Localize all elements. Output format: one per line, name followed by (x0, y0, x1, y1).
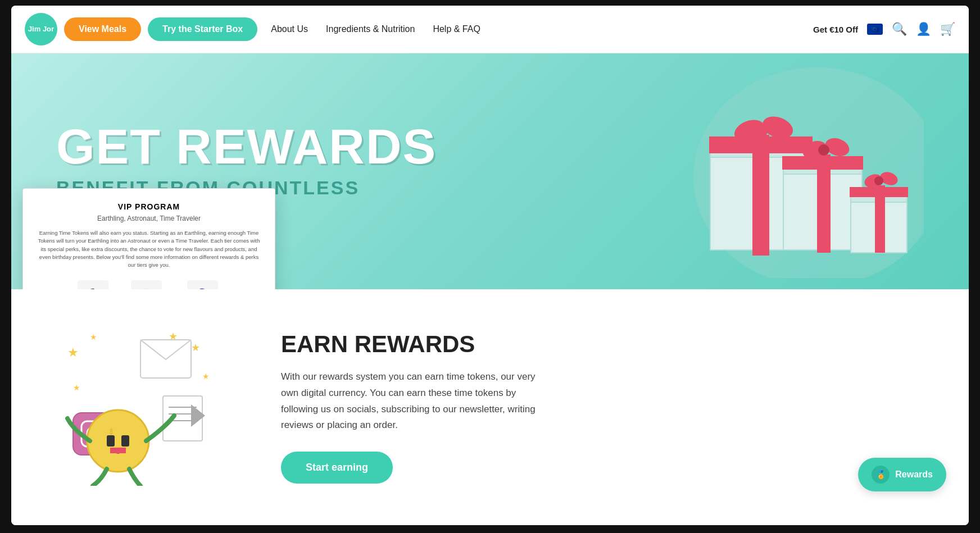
discount-label[interactable]: Get €10 Off (813, 25, 858, 34)
start-earning-button[interactable]: Start earning (281, 452, 393, 484)
svg-text:★: ★ (202, 372, 210, 381)
tier-earthling-avatar: 🧍 (78, 280, 108, 289)
rewards-content: EARN REWARDS With our rewards system you… (281, 331, 924, 484)
rewards-float-button[interactable]: 🏅 Rewards (858, 458, 946, 491)
svg-rect-4 (709, 136, 813, 153)
hero-gift-illustration (654, 65, 924, 280)
svg-text:★: ★ (90, 332, 97, 341)
svg-rect-11 (782, 156, 863, 170)
earn-rewards-title: EARN REWARDS (281, 331, 924, 358)
starter-box-button[interactable]: Try the Starter Box (148, 17, 257, 41)
coin-character-svg: ★ ★ ★ ★ ★ ★ (56, 323, 225, 486)
svg-rect-41 (110, 448, 126, 453)
svg-text:★: ★ (67, 345, 79, 359)
vip-tiers: 🧍 Earthling 0 TT 🧑‍🚀 Astronaut 850 TT 🧙 … (37, 280, 261, 289)
hero-section: GET REWARDS BENEFIT FROM COUNTLESSSWEET … (11, 53, 969, 289)
logo[interactable]: Jim Jor (25, 13, 57, 45)
nav-right: Get €10 Off 🇪🇺 🔍 👤 🛒 (813, 22, 955, 37)
navbar: Jim Jor View Meals Try the Starter Box A… (11, 6, 969, 53)
eu-flag-icon[interactable]: 🇪🇺 (867, 24, 883, 35)
tier-time-traveler-avatar: 🧙 (187, 280, 218, 289)
tier-astronaut-avatar: 🧑‍🚀 (131, 280, 162, 289)
rewards-float-icon: 🏅 (872, 466, 890, 484)
vip-title: VIP PROGRAM (37, 202, 261, 211)
cart-icon[interactable]: 🛒 (940, 22, 955, 37)
gift-boxes-svg (654, 65, 924, 278)
about-us-link[interactable]: About Us (271, 24, 308, 34)
svg-text:₿: ₿ (110, 429, 113, 435)
earn-rewards-section: ★ ★ ★ ★ ★ ★ (11, 289, 969, 525)
nav-links: About Us Ingredients & Nutrition Help & … (271, 24, 806, 34)
earn-rewards-description: With our rewards system you can earn tim… (281, 369, 551, 434)
svg-point-14 (818, 144, 829, 156)
tier-astronaut: 🧑‍🚀 Astronaut 850 TT (131, 280, 162, 289)
search-icon[interactable]: 🔍 (892, 22, 907, 37)
view-meals-button[interactable]: View Meals (64, 17, 141, 41)
vip-panel: VIP PROGRAM Earthling, Astronaut, Time T… (22, 188, 275, 289)
svg-rect-18 (850, 187, 908, 197)
help-faq-link[interactable]: Help & FAQ (433, 24, 480, 34)
rewards-float-label: Rewards (895, 470, 933, 480)
svg-rect-39 (107, 435, 115, 447)
svg-rect-40 (121, 435, 129, 447)
svg-text:★: ★ (73, 383, 80, 392)
vip-subtitle: Earthling, Astronaut, Time Traveler (37, 215, 261, 222)
logo-text: Jim Jor (28, 25, 54, 34)
svg-point-7 (754, 124, 768, 138)
hero-title: GET REWARDS (56, 122, 437, 171)
ingredients-link[interactable]: Ingredients & Nutrition (326, 24, 415, 34)
svg-text:★: ★ (191, 342, 200, 353)
tier-earthling: 🧍 Earthling 0 TT (78, 280, 108, 289)
account-icon[interactable]: 👤 (916, 22, 931, 37)
svg-point-21 (874, 176, 883, 185)
coin-character-illustration: ★ ★ ★ ★ ★ ★ (56, 323, 236, 491)
tier-time-traveler: 🧙 Time Traveler 1500 TT (184, 280, 220, 289)
vip-description: Earning Time Tokens will also earn you s… (37, 229, 261, 269)
svg-point-38 (87, 410, 149, 472)
